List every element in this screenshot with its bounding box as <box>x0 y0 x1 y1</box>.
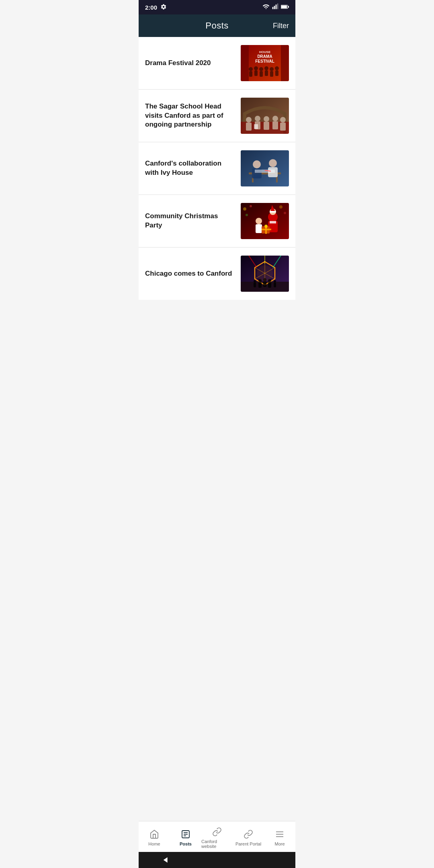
svg-rect-28 <box>246 123 252 131</box>
status-icons <box>262 3 289 11</box>
post-title: Canford's collaboration with Ivy House <box>145 160 221 176</box>
svg-rect-51 <box>270 211 276 213</box>
svg-rect-36 <box>280 123 286 131</box>
svg-point-33 <box>272 116 278 121</box>
svg-rect-2 <box>276 4 277 9</box>
svg-point-85 <box>257 265 273 281</box>
svg-point-81 <box>254 280 256 283</box>
svg-rect-22 <box>270 71 273 77</box>
post-text: The Sagar School Head visits Canford as … <box>145 102 241 130</box>
posts-list: Drama Festival 2020 HOUSE DRAMA FESTIVAL <box>139 37 295 340</box>
status-time: 2:00 <box>145 4 157 11</box>
svg-rect-34 <box>272 121 278 129</box>
post-title: Chicago comes to Canford <box>145 270 232 277</box>
svg-point-29 <box>255 116 260 121</box>
svg-text:DRAMA: DRAMA <box>257 54 272 59</box>
svg-point-27 <box>246 117 252 123</box>
svg-rect-78 <box>263 281 266 287</box>
svg-point-17 <box>259 67 263 71</box>
svg-rect-55 <box>256 224 262 233</box>
svg-point-83 <box>274 280 276 283</box>
svg-rect-82 <box>254 283 256 287</box>
svg-rect-20 <box>265 70 268 76</box>
svg-rect-9 <box>281 45 289 81</box>
svg-point-23 <box>275 66 279 70</box>
svg-rect-0 <box>272 7 274 9</box>
post-text: Community Christmas Party <box>145 212 241 230</box>
post-thumbnail: HOUSE DRAMA FESTIVAL <box>241 45 289 81</box>
svg-point-60 <box>243 207 246 211</box>
post-title: The Sagar School Head visits Canford as … <box>145 102 223 129</box>
signal-icon <box>272 3 278 11</box>
post-text: Chicago comes to Canford <box>145 269 241 278</box>
svg-point-54 <box>256 218 262 224</box>
status-bar: 2:00 <box>139 0 295 14</box>
svg-point-64 <box>284 212 286 214</box>
svg-rect-14 <box>249 71 252 77</box>
svg-rect-5 <box>281 5 287 8</box>
svg-rect-38 <box>241 150 289 186</box>
post-item[interactable]: Canford's collaboration with Ivy House <box>139 142 295 195</box>
svg-point-31 <box>264 116 269 122</box>
svg-text:HOUSE: HOUSE <box>259 50 271 54</box>
header: Posts Filter <box>139 14 295 37</box>
svg-rect-18 <box>260 71 263 77</box>
svg-rect-84 <box>274 283 276 287</box>
svg-rect-76 <box>258 282 262 288</box>
post-thumbnail <box>241 256 289 292</box>
svg-rect-6 <box>288 6 289 8</box>
post-item[interactable]: Community Christmas Party <box>139 195 295 248</box>
svg-rect-32 <box>264 122 269 130</box>
svg-rect-58 <box>262 229 271 230</box>
post-item[interactable]: Drama Festival 2020 HOUSE DRAMA FESTIVAL <box>139 37 295 90</box>
svg-rect-37 <box>254 124 258 129</box>
svg-rect-80 <box>268 282 271 288</box>
svg-rect-53 <box>270 221 276 223</box>
svg-point-35 <box>280 117 286 123</box>
battery-icon <box>281 4 289 11</box>
svg-rect-1 <box>274 6 275 9</box>
post-title: Community Christmas Party <box>145 212 218 229</box>
svg-point-13 <box>249 67 253 71</box>
page-title: Posts <box>205 20 229 31</box>
post-thumbnail <box>241 150 289 186</box>
post-title: Drama Festival 2020 <box>145 59 211 67</box>
svg-point-62 <box>246 214 248 216</box>
svg-point-63 <box>279 205 283 209</box>
svg-point-15 <box>254 66 258 70</box>
svg-rect-24 <box>275 70 278 76</box>
svg-point-44 <box>269 159 277 167</box>
post-text: Drama Festival 2020 <box>145 59 241 68</box>
svg-rect-16 <box>254 70 258 76</box>
svg-text:FESTIVAL: FESTIVAL <box>255 59 274 63</box>
svg-rect-3 <box>277 4 278 9</box>
svg-rect-8 <box>241 45 249 81</box>
svg-point-21 <box>270 67 274 71</box>
svg-point-61 <box>250 205 252 207</box>
post-thumbnail <box>241 203 289 239</box>
svg-point-42 <box>253 160 261 168</box>
svg-point-19 <box>264 66 268 70</box>
post-thumbnail <box>241 98 289 134</box>
gear-icon <box>160 4 167 11</box>
post-text: Canford's collaboration with Ivy House <box>145 159 241 178</box>
svg-rect-48 <box>241 203 289 239</box>
post-item[interactable]: The Sagar School Head visits Canford as … <box>139 90 295 142</box>
svg-point-59 <box>264 225 268 228</box>
wifi-icon <box>262 4 270 11</box>
svg-rect-46 <box>255 170 275 173</box>
post-item[interactable]: Chicago comes to Canford <box>139 248 295 300</box>
filter-button[interactable]: Filter <box>273 22 289 30</box>
